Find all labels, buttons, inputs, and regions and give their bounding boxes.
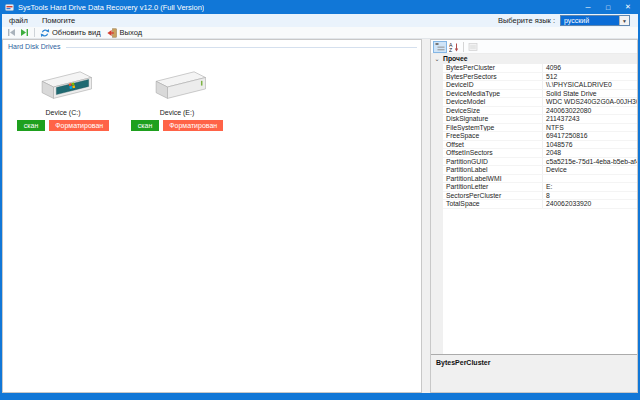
main-content: Hard Disk Drives Device (C:) — [2, 39, 638, 393]
minimize-button[interactable]: ─ — [578, 0, 598, 14]
language-select[interactable]: русский ▼ — [560, 15, 630, 26]
app-window: SysTools Hard Drive Data Recovery v12.0 … — [2, 0, 638, 393]
category-row[interactable]: ⌄ Прочее — [431, 54, 637, 64]
property-toolbar-separator — [463, 42, 464, 52]
property-name: DeviceID — [443, 81, 543, 89]
property-row[interactable]: FileSystemTypeNTFS — [443, 124, 637, 133]
groupbox-header: Hard Disk Drives — [3, 40, 421, 50]
format-button[interactable]: Форматирован — [163, 120, 223, 131]
property-value: 4096 — [543, 64, 637, 72]
property-row[interactable]: OffsetInSectors2048 — [443, 149, 637, 158]
chevron-down-icon[interactable]: ▼ — [619, 16, 629, 25]
property-grid-toolbar: A Z — [431, 40, 637, 54]
property-row[interactable]: BytesPerCluster4096 — [443, 64, 637, 73]
language-selected-value: русский — [561, 16, 619, 25]
property-name: DiskSignature — [443, 115, 543, 123]
property-name: BytesPerSectors — [443, 73, 543, 81]
property-value: E: — [543, 183, 637, 191]
property-name: PartitionGUID — [443, 158, 543, 166]
drive-buttons: скан Форматирован — [17, 120, 109, 131]
alphabetical-sort-icon[interactable]: A Z — [447, 41, 461, 53]
property-name: PartitionLetter — [443, 183, 543, 191]
menu-help[interactable]: Помогите — [35, 14, 82, 27]
property-row[interactable]: DeviceSize240063022080 — [443, 107, 637, 116]
refresh-icon[interactable] — [39, 28, 50, 38]
property-value: 8 — [543, 192, 637, 200]
property-value: 211437243 — [543, 115, 637, 123]
category-label: Прочее — [443, 54, 468, 64]
format-button[interactable]: Форматирован — [49, 120, 109, 131]
toolbar-separator — [34, 28, 35, 37]
property-row[interactable]: BytesPerSectors512 — [443, 73, 637, 82]
maximize-button[interactable]: □ — [598, 0, 618, 14]
property-value: 1048576 — [543, 141, 637, 149]
property-value: 2048 — [543, 149, 637, 157]
panel-splitter[interactable] — [422, 39, 430, 393]
property-row[interactable]: TotalSpace240062033920 — [443, 200, 637, 209]
property-row[interactable]: PartitionLabelDevice — [443, 166, 637, 175]
property-value: 240063022080 — [543, 107, 637, 115]
property-row[interactable]: DeviceModelWDC WDS240G2G0A-00JH30 — [443, 98, 637, 107]
property-name: DeviceSize — [443, 107, 543, 115]
property-grid-gutter — [431, 54, 443, 354]
property-value: NTFS — [543, 124, 637, 132]
drive-label: Device (E:) — [160, 109, 195, 116]
exit-icon[interactable] — [107, 28, 118, 38]
property-pages-icon — [466, 41, 480, 53]
scan-button[interactable]: скан — [131, 120, 159, 131]
drives-row: Device (C:) скан Форматирован Device (E:… — [3, 50, 421, 131]
property-name: FileSystemType — [443, 124, 543, 132]
property-value: c5a5215e-75d1-4eba-b5eb-af417079621a — [543, 158, 637, 166]
refresh-view-button[interactable]: Обновить вид — [52, 28, 101, 37]
exit-button[interactable]: Выход — [120, 28, 142, 37]
property-name: SectorsPerCluster — [443, 192, 543, 200]
property-value: 69417250816 — [543, 132, 637, 140]
property-value: WDC WDS240G2G0A-00JH30 — [543, 98, 637, 106]
drive-card[interactable]: Device (E:) скан Форматирован — [127, 68, 227, 131]
drives-panel: Hard Disk Drives Device (C:) — [2, 39, 422, 393]
skip-last-icon[interactable] — [19, 28, 30, 38]
property-grid-body: ⌄ Прочее BytesPerCluster4096BytesPerSect… — [431, 54, 637, 354]
property-name: BytesPerCluster — [443, 64, 543, 72]
property-value: 240062033920 — [543, 200, 637, 208]
drive-card[interactable]: Device (C:) скан Форматирован — [13, 68, 113, 131]
hard-drive-icon[interactable] — [32, 68, 94, 106]
property-row[interactable]: DeviceID\\.\PHYSICALDRIVE0 — [443, 81, 637, 90]
menubar: файл Помогите Выберите язык : русский ▼ — [2, 14, 638, 27]
property-value: Solid State Drive — [543, 90, 637, 98]
drive-buttons: скан Форматирован — [131, 120, 223, 131]
property-row[interactable]: DeviceMediaTypeSolid State Drive — [443, 90, 637, 99]
property-value — [543, 175, 637, 183]
scan-button[interactable]: скан — [17, 120, 45, 131]
groupbox-line — [66, 47, 417, 48]
property-value: \\.\PHYSICALDRIVE0 — [543, 81, 637, 89]
drive-label: Device (C:) — [45, 109, 80, 116]
svg-text:Z: Z — [449, 46, 452, 51]
groupbox-title: Hard Disk Drives — [8, 43, 66, 50]
property-row[interactable]: Offset1048576 — [443, 141, 637, 150]
property-name: Offset — [443, 141, 543, 149]
property-row[interactable]: SectorsPerCluster8 — [443, 192, 637, 201]
property-value: Device — [543, 166, 637, 174]
property-name: DeviceModel — [443, 98, 543, 106]
app-icon — [5, 3, 14, 12]
chevron-down-icon: ⌄ — [431, 54, 443, 64]
selected-property-name: BytesPerCluster — [436, 359, 632, 366]
property-name: PartitionLabel — [443, 166, 543, 174]
property-row[interactable]: PartitionLabelWMI — [443, 175, 637, 184]
property-row[interactable]: DiskSignature211437243 — [443, 115, 637, 124]
language-label: Выберите язык : — [498, 16, 555, 25]
property-value: 512 — [543, 73, 637, 81]
window-controls: ─ □ ✕ — [578, 0, 638, 14]
window-title: SysTools Hard Drive Data Recovery v12.0 … — [18, 3, 204, 12]
property-row[interactable]: PartitionGUIDc5a5215e-75d1-4eba-b5eb-af4… — [443, 158, 637, 167]
categorized-view-icon[interactable] — [433, 41, 447, 53]
property-name: DeviceMediaType — [443, 90, 543, 98]
hard-drive-icon[interactable] — [146, 68, 208, 106]
property-grid: A Z ⌄ — [430, 39, 638, 393]
close-button[interactable]: ✕ — [618, 0, 638, 14]
property-row[interactable]: PartitionLetterE: — [443, 183, 637, 192]
skip-first-icon[interactable] — [6, 28, 17, 38]
menu-file[interactable]: файл — [2, 14, 35, 27]
property-row[interactable]: FreeSpace69417250816 — [443, 132, 637, 141]
